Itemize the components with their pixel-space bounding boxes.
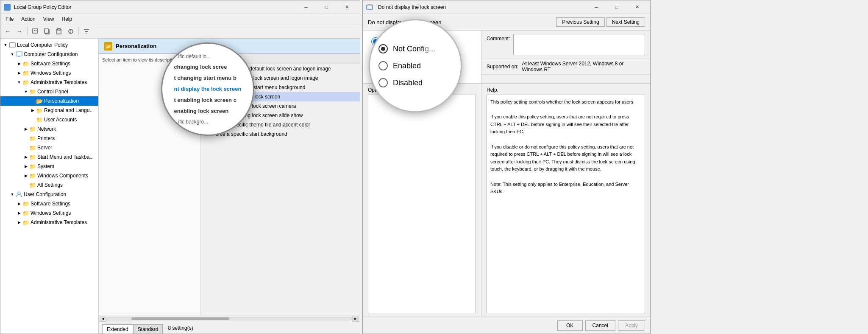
- menu-action[interactable]: Action: [18, 15, 39, 23]
- menu-file[interactable]: File: [2, 15, 17, 23]
- apply-button[interactable]: Apply: [618, 320, 645, 331]
- comment-textarea[interactable]: [513, 34, 645, 55]
- lgpe-window: Local Group Policy Editor ─ □ ✕ File Act…: [0, 0, 360, 334]
- sidebar-item-windows-components[interactable]: 📁 Windows Components: [0, 171, 98, 180]
- new-object-button[interactable]: [30, 26, 41, 37]
- zoomed-enabled: Enabled: [378, 61, 421, 70]
- close-button[interactable]: ✕: [337, 1, 356, 14]
- sidebar-item-system[interactable]: 📁 System: [0, 162, 98, 171]
- sidebar-item-user-windows[interactable]: 📁 Windows Settings: [0, 208, 98, 218]
- folder-icon-personalization: 📂: [36, 98, 43, 104]
- sidebar-item-all-settings[interactable]: 📁 All Settings: [0, 180, 98, 190]
- help-paragraph-2: If you enable this policy setting, users…: [490, 113, 641, 136]
- svg-rect-5: [34, 30, 35, 31]
- policy-minimize-button[interactable]: ─: [587, 1, 606, 14]
- policy-right-section: Comment: Supported on: At least Windows …: [481, 31, 650, 83]
- paste-button[interactable]: [53, 26, 64, 37]
- policy-dialog-icon: [366, 4, 373, 11]
- sidebar-item-windows-settings[interactable]: 📁 Windows Settings: [0, 68, 98, 78]
- sidebar-item-user-admin[interactable]: 📁 Administrative Templates: [0, 218, 98, 227]
- zoomed-label-enabled: Enabled: [393, 62, 421, 70]
- folder-icon-windows: 📁: [22, 70, 29, 76]
- forward-button[interactable]: →: [14, 26, 25, 37]
- ok-button[interactable]: OK: [557, 320, 583, 331]
- sidebar-item-network[interactable]: 📁 Network: [0, 124, 98, 134]
- sidebar-item-control-panel[interactable]: 📁 Control Panel: [0, 87, 98, 96]
- arrow-root: [2, 42, 9, 48]
- zoomed-radio-enabled: [378, 61, 388, 70]
- supported-value: At least Windows Server 2012, Windows 8 …: [522, 61, 645, 73]
- svg-rect-19: [16, 52, 22, 56]
- properties-button[interactable]: [65, 26, 76, 37]
- sidebar-item-server[interactable]: 📁 Server: [0, 143, 98, 152]
- next-setting-button[interactable]: Next Setting: [606, 17, 645, 27]
- sidebar-item-user-accounts[interactable]: 📁 User Accounts: [0, 115, 98, 124]
- mag-line-5: t enabling lock screen c: [174, 95, 242, 106]
- sidebar-item-start-menu[interactable]: 📁 Start Menu and Taskba...: [0, 152, 98, 162]
- arrow-computer-config: [9, 51, 16, 58]
- policy-options-section: Options:: [363, 84, 481, 317]
- policy-window-controls: ─ □ ✕: [587, 1, 647, 14]
- sidebar-label-admin-templates: Administrative Templates: [31, 79, 87, 85]
- svg-rect-23: [367, 4, 372, 6]
- scroll-thumb[interactable]: [131, 317, 229, 320]
- zoomed-radio-not-configured: [378, 44, 388, 53]
- sidebar-item-software-settings[interactable]: 📁 Software Settings: [0, 59, 98, 68]
- sidebar-item-personalization[interactable]: 📂 Personalization: [0, 96, 98, 106]
- window-controls: ─ □ ✕: [296, 1, 356, 14]
- sidebar-item-computer-config[interactable]: Computer Configuration: [0, 50, 98, 59]
- sidebar-item-root[interactable]: Local Computer Policy: [0, 40, 98, 50]
- minimize-button[interactable]: ─: [296, 1, 316, 14]
- filter-button[interactable]: [81, 26, 92, 37]
- menu-help[interactable]: Help: [58, 15, 76, 23]
- folder-icon-user-software: 📁: [22, 200, 29, 207]
- arrow-printers: [22, 135, 29, 142]
- policy-lower-body: Options: Help: This policy setting contr…: [363, 84, 650, 317]
- scroll-right-btn[interactable]: ►: [352, 316, 359, 322]
- folder-icon-windows-components: 📁: [29, 172, 36, 179]
- folder-icon-control: 📁: [29, 88, 36, 95]
- tab-standard[interactable]: Standard: [133, 324, 163, 334]
- sidebar-item-user-config[interactable]: User Configuration: [0, 190, 98, 199]
- sidebar-item-admin-templates[interactable]: 📁 Administrative Templates: [0, 78, 98, 87]
- svg-rect-0: [5, 5, 7, 7]
- horizontal-scrollbar[interactable]: ◄ ►: [99, 315, 360, 322]
- menu-view[interactable]: View: [40, 15, 58, 23]
- svg-rect-22: [367, 5, 373, 9]
- sidebar-label-user-software: Software Settings: [31, 201, 70, 207]
- svg-point-21: [18, 192, 20, 194]
- help-paragraph-4: Note: This setting only applies to Enter…: [490, 181, 641, 196]
- arrow-user-software: [16, 200, 22, 207]
- previous-setting-button[interactable]: Previous Setting: [556, 17, 604, 27]
- mag-line-2: changing lock scree: [174, 62, 242, 73]
- sidebar-label-windows-components: Windows Components: [37, 173, 88, 179]
- sidebar-item-regional[interactable]: 📁 Regional and Langu...: [0, 106, 98, 115]
- sidebar-label-user-accounts: User Accounts: [44, 117, 77, 123]
- sidebar-label-start-menu: Start Menu and Taskba...: [37, 154, 94, 160]
- zoomed-not-configured: Not Config...: [378, 44, 435, 53]
- sidebar-label-user-config: User Configuration: [24, 191, 66, 197]
- copy-button[interactable]: [42, 26, 53, 37]
- arrow-all-settings: [22, 182, 29, 188]
- arrow-start-menu: [22, 154, 29, 160]
- folder-icon-user-windows: 📁: [22, 210, 29, 216]
- scroll-left-btn[interactable]: ◄: [100, 316, 106, 322]
- sidebar-item-printers[interactable]: 📁 Printers: [0, 134, 98, 143]
- sidebar-label-printers: Printers: [37, 135, 55, 141]
- sidebar-label-windows-settings: Windows Settings: [31, 70, 71, 76]
- toolbar-separator-1: [27, 27, 28, 36]
- tab-extended[interactable]: Extended: [102, 324, 133, 334]
- svg-rect-20: [18, 56, 20, 57]
- sidebar-item-user-software[interactable]: 📁 Software Settings: [0, 199, 98, 208]
- app-icon: [4, 4, 11, 11]
- back-button[interactable]: ←: [2, 26, 13, 37]
- maximize-button[interactable]: □: [317, 1, 336, 14]
- arrow-system: [22, 163, 29, 170]
- folder-icon-system: 📁: [29, 163, 36, 170]
- supported-label: Supported on:: [487, 64, 518, 70]
- policy-maximize-button[interactable]: □: [607, 1, 626, 14]
- policy-close-button[interactable]: ✕: [627, 1, 647, 14]
- magnifier-overlay: ...ific default lo... changing lock scre…: [161, 42, 254, 136]
- arrow-windows: [16, 70, 22, 76]
- cancel-button[interactable]: Cancel: [585, 320, 615, 331]
